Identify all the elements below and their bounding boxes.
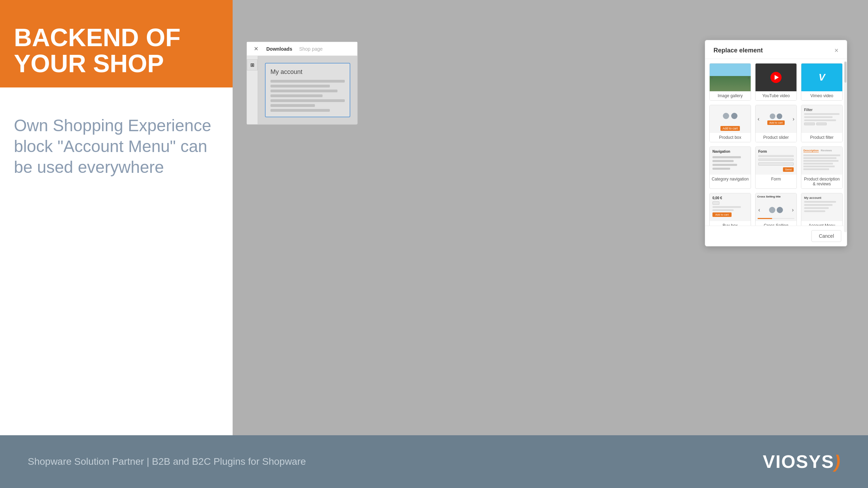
sidebar-icon[interactable]: ⊞ — [247, 59, 258, 70]
mockup-close-button[interactable]: ✕ — [252, 45, 259, 52]
element-card-cross-selling[interactable]: Cross Selling title ‹ › — [755, 193, 797, 226]
orange-header: BACKEND OF YOUR SHOP — [0, 0, 233, 87]
filter-range-to — [816, 123, 827, 125]
white-content: Own Shopping Experience block "Account M… — [0, 87, 233, 435]
chevron-left-icon: ‹ — [711, 75, 713, 80]
element-card-image-gallery[interactable]: ‹ › Image gallery — [709, 63, 751, 101]
footer-logo: VIOSYS ) — [763, 451, 840, 472]
dialog-title: Replace element — [713, 47, 763, 54]
element-label-product-slider: Product slider — [756, 133, 796, 142]
add-to-cart-button-preview: Add to cart — [720, 126, 740, 131]
cancel-button[interactable]: Cancel — [811, 230, 841, 242]
mockup-main-content: My account — [258, 56, 357, 124]
cross-chevron-left-icon: ‹ — [758, 207, 760, 213]
left-panel: BACKEND OF YOUR SHOP Own Shopping Experi… — [0, 0, 233, 435]
cross-dot-1 — [769, 207, 775, 213]
form-title-text: Form — [758, 150, 794, 153]
element-card-form[interactable]: Form Send Form — [755, 146, 797, 189]
desc-text-6 — [803, 168, 829, 170]
element-card-vimeo-video[interactable]: V Vimeo video — [801, 63, 843, 101]
element-preview-product-description: Description Reviews — [801, 147, 842, 175]
youtube-preview — [756, 64, 796, 91]
product-dot-2 — [731, 113, 737, 119]
element-preview-youtube-video — [756, 64, 796, 91]
quantity-row — [712, 201, 748, 205]
mockup-line-7 — [270, 109, 330, 112]
nav-line-2 — [712, 160, 734, 162]
element-label-account-menu: Account Menu — [801, 221, 842, 226]
reviews-tab: Reviews — [821, 149, 832, 152]
account-menu-title-text: My account — [804, 196, 840, 200]
element-card-product-slider[interactable]: ‹ Add to cart › — [755, 105, 797, 142]
navigation-title-text: Navigation — [712, 150, 748, 153]
my-account-label: My account — [270, 68, 345, 76]
desc-text-3 — [803, 160, 838, 162]
filter-line-2 — [804, 116, 833, 118]
element-card-account-menu[interactable]: My account Account Menu — [801, 193, 843, 226]
scrollbar-track[interactable] — [844, 61, 847, 232]
filter-content: Filter — [801, 105, 842, 133]
mockup-tab-downloads[interactable]: Downloads — [266, 46, 292, 52]
description-tab: Description — [803, 149, 819, 152]
mockup-line-1 — [270, 80, 345, 83]
desc-text-5 — [803, 166, 835, 167]
cross-progress-bar — [758, 218, 794, 219]
nav-line-1 — [712, 156, 741, 158]
form-content: Form Send — [756, 147, 796, 175]
element-preview-vimeo-video: V — [801, 64, 842, 91]
desc-text-4 — [803, 163, 833, 165]
subtitle: Own Shopping Experience block "Account M… — [14, 115, 219, 178]
vimeo-logo-icon: V — [819, 72, 825, 83]
mockup-line-6 — [270, 104, 315, 107]
element-card-product-filter[interactable]: Filter Product fi — [801, 105, 843, 142]
element-card-product-box[interactable]: Add to cart Product box — [709, 105, 751, 142]
mockup-topbar: ✕ Downloads Shop page — [247, 42, 357, 56]
buy-box-content: 0,00 € Add to cart — [710, 193, 751, 221]
dialog-close-button[interactable]: × — [834, 47, 838, 54]
element-preview-product-filter: Filter — [801, 105, 842, 133]
dialog-footer: Cancel — [705, 226, 847, 246]
element-preview-product-box: Add to cart — [710, 105, 751, 133]
slider-add-cart-preview: Add to cart — [767, 120, 785, 125]
cross-selling-slider: ‹ › — [756, 207, 796, 213]
filter-title-text: Filter — [804, 108, 840, 112]
element-label-buy-box: Buy box — [710, 221, 751, 226]
dialog-header: Replace element × — [705, 40, 847, 59]
dialog-body: ‹ › Image gallery — [705, 59, 847, 226]
element-preview-account-menu: My account — [801, 193, 842, 221]
element-label-product-description: Product description & reviews — [801, 175, 842, 188]
element-card-category-navigation[interactable]: Navigation Category navigation — [709, 146, 751, 189]
cross-selling-title-text: Cross Selling title — [757, 195, 781, 198]
price-display: 0,00 € — [712, 196, 748, 200]
element-label-product-box: Product box — [710, 133, 751, 142]
account-menu-line-4 — [804, 210, 825, 212]
vimeo-preview: V — [801, 64, 842, 91]
form-input-1 — [758, 155, 794, 157]
element-card-buy-box[interactable]: 0,00 € Add to cart Buy box — [709, 193, 751, 226]
filter-line-1 — [804, 113, 840, 115]
account-menu-line-1 — [804, 201, 836, 203]
scrollbar-thumb[interactable] — [844, 62, 846, 83]
buy-box-add-cart-preview: Add to cart — [712, 212, 732, 217]
mockup-line-2 — [270, 85, 330, 87]
slider-product: Add to cart — [767, 113, 785, 125]
mockup-placeholder-lines — [270, 80, 345, 112]
top-area: BACKEND OF YOUR SHOP Own Shopping Experi… — [0, 0, 868, 435]
element-card-youtube-video[interactable]: YouTube video — [755, 63, 797, 101]
element-label-youtube-video: YouTube video — [756, 91, 796, 100]
cross-progress-fill — [758, 218, 772, 219]
slider-dot-1 — [770, 113, 775, 119]
element-card-product-description[interactable]: Description Reviews — [801, 146, 843, 189]
element-preview-image-gallery: ‹ › — [710, 64, 751, 91]
filter-line-3 — [804, 119, 836, 121]
product-dot-1 — [723, 113, 729, 119]
slider-chevron-right-icon: › — [793, 116, 794, 122]
account-menu-content: My account — [801, 193, 842, 221]
desc-content: Description Reviews — [801, 147, 842, 175]
filter-range — [804, 123, 840, 125]
mockup-tab-shoppage[interactable]: Shop page — [299, 46, 323, 52]
form-textarea — [758, 162, 794, 166]
element-label-category-navigation: Category navigation — [710, 175, 751, 184]
element-preview-buy-box: 0,00 € Add to cart — [710, 193, 751, 221]
replace-element-dialog: Replace element × ‹ › — [705, 40, 847, 246]
